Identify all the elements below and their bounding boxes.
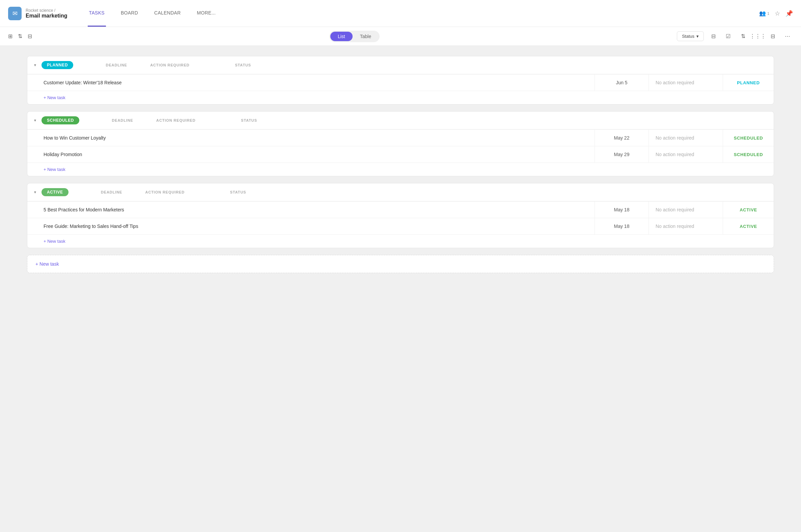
tab-more[interactable]: MORE...	[196, 0, 217, 26]
col-header-action-active: ACTION REQUIRED	[139, 190, 213, 194]
task-action-required: No action required	[649, 146, 723, 163]
filter-remove-icon[interactable]: ⊟	[28, 33, 32, 39]
collapse-scheduled-icon[interactable]: ▾	[34, 118, 36, 123]
col-header-status-active: STATUS	[213, 190, 263, 194]
task-name[interactable]: 5 Best Practices for Modern Marketers	[27, 202, 595, 218]
view-toggle-container: List Table	[32, 31, 677, 42]
bottom-new-task-button[interactable]: + New task	[35, 261, 59, 267]
collapse-planned-icon[interactable]: ▾	[34, 63, 36, 68]
status-filter-label: Status	[682, 34, 694, 39]
task-status: ACTIVE	[723, 218, 774, 234]
status-filter-chevron: ▾	[696, 34, 699, 39]
column-headers-active: DEADLINE ACTION REQUIRED STATUS	[73, 190, 767, 194]
task-status: SCHEDULED	[723, 130, 774, 146]
star-icon[interactable]: ☆	[775, 10, 780, 17]
columns-icon[interactable]: ⋮⋮⋮	[752, 31, 763, 42]
group-header-active: ▾ ACTIVE DEADLINE ACTION REQUIRED STATUS	[27, 184, 774, 201]
task-status: SCHEDULED	[723, 147, 774, 163]
app-logo: ✉ Rocket science / Email marketing	[8, 7, 68, 20]
task-group-scheduled: ▾ SCHEDULED DEADLINE ACTION REQUIRED STA…	[27, 111, 774, 176]
users-icon-symbol: 👥	[759, 10, 766, 17]
check-icon[interactable]: ☑	[723, 31, 733, 42]
new-task-button-planned[interactable]: + New task	[27, 91, 774, 104]
task-name[interactable]: Free Guide: Marketing to Sales Hand-off …	[27, 218, 595, 234]
users-count: 1	[767, 12, 769, 16]
toolbar: ⊞ ⇅ ⊟ List Table Status ▾ ⊟ ☑ ⇅ ⋮⋮⋮ ⊟ ⋯	[0, 27, 801, 46]
task-deadline: Jun 5	[595, 75, 649, 91]
task-status: PLANNED	[723, 75, 774, 91]
filter-icon[interactable]: ⊟	[767, 31, 778, 42]
toolbar-right: Status ▾ ⊟ ☑ ⇅ ⋮⋮⋮ ⊟ ⋯	[677, 31, 793, 42]
task-action-required: No action required	[649, 202, 723, 218]
status-filter-button[interactable]: Status ▾	[677, 31, 704, 41]
header-actions: 👥 1 ☆ 📌	[759, 10, 793, 17]
main-nav: TASKS BOARD CALENDAR MORE...	[88, 0, 217, 26]
col-header-deadline-scheduled: DEADLINE	[95, 118, 149, 122]
col-header-action-scheduled: ACTION REQUIRED	[149, 118, 224, 122]
logo-icon: ✉	[8, 7, 22, 20]
parent-project-label: Rocket science /	[26, 8, 68, 13]
pin-icon[interactable]: 📌	[785, 10, 793, 17]
task-deadline: May 22	[595, 130, 649, 146]
filter-adjust-icon[interactable]: ⇅	[18, 33, 22, 39]
view-toggle: List Table	[329, 31, 380, 42]
collapse-active-icon[interactable]: ▾	[34, 190, 36, 194]
task-group-planned: ▾ PLANNED DEADLINE ACTION REQUIRED STATU…	[27, 56, 774, 104]
task-group-active: ▾ ACTIVE DEADLINE ACTION REQUIRED STATUS…	[27, 183, 774, 248]
group-label-planned: PLANNED	[41, 61, 73, 69]
main-content: ▾ PLANNED DEADLINE ACTION REQUIRED STATU…	[0, 46, 801, 532]
tab-tasks[interactable]: TASKS	[88, 0, 106, 26]
table-row: Customer Update: Winter'18 Release Jun 5…	[27, 74, 774, 91]
expand-icon[interactable]: ⊞	[8, 33, 13, 39]
task-action-required: No action required	[649, 218, 723, 234]
bottom-new-task-card: + New task	[27, 255, 774, 273]
toolbar-left: ⊞ ⇅ ⊟	[8, 33, 32, 39]
group-label-active: ACTIVE	[41, 188, 69, 196]
task-status: ACTIVE	[723, 202, 774, 218]
table-row: How to Win Customer Loyalty May 22 No ac…	[27, 130, 774, 146]
group-header-scheduled: ▾ SCHEDULED DEADLINE ACTION REQUIRED STA…	[27, 112, 774, 130]
task-action-required: No action required	[649, 130, 723, 146]
column-headers-planned: DEADLINE ACTION REQUIRED STATUS	[77, 63, 767, 67]
column-headers-scheduled: DEADLINE ACTION REQUIRED STATUS	[83, 118, 767, 122]
tab-board[interactable]: BOARD	[120, 0, 139, 26]
users-icon[interactable]: 👥 1	[759, 10, 769, 17]
tab-calendar[interactable]: CALENDAR	[153, 0, 182, 26]
header: ✉ Rocket science / Email marketing TASKS…	[0, 0, 801, 27]
new-task-button-scheduled[interactable]: + New task	[27, 163, 774, 176]
more-options-icon[interactable]: ⋯	[782, 31, 793, 42]
col-header-status-scheduled: STATUS	[224, 118, 274, 122]
group-label-scheduled: SCHEDULED	[41, 116, 79, 125]
table-row: 5 Best Practices for Modern Marketers Ma…	[27, 201, 774, 218]
task-deadline: May 18	[595, 202, 649, 218]
task-name[interactable]: Holiday Promotion	[27, 146, 595, 163]
table-row: Holiday Promotion May 29 No action requi…	[27, 146, 774, 163]
col-header-deadline-active: DEADLINE	[85, 190, 139, 194]
project-name: Email marketing	[26, 13, 68, 19]
group-header-planned: ▾ PLANNED DEADLINE ACTION REQUIRED STATU…	[27, 56, 774, 74]
col-header-status-planned: STATUS	[218, 63, 268, 67]
task-name[interactable]: How to Win Customer Loyalty	[27, 130, 595, 146]
table-view-button[interactable]: Table	[352, 32, 379, 41]
task-deadline: May 18	[595, 218, 649, 234]
list-view-button[interactable]: List	[330, 32, 352, 41]
task-deadline: May 29	[595, 146, 649, 163]
col-header-action-planned: ACTION REQUIRED	[143, 63, 218, 67]
col-header-deadline-planned: DEADLINE	[89, 63, 143, 67]
table-row: Free Guide: Marketing to Sales Hand-off …	[27, 218, 774, 234]
group-icon[interactable]: ⊟	[708, 31, 719, 42]
logo-text: Rocket science / Email marketing	[26, 8, 68, 19]
new-task-button-active[interactable]: + New task	[27, 234, 774, 248]
task-action-required: No action required	[649, 75, 723, 91]
sort-icon[interactable]: ⇅	[738, 31, 748, 42]
task-name[interactable]: Customer Update: Winter'18 Release	[27, 75, 595, 91]
